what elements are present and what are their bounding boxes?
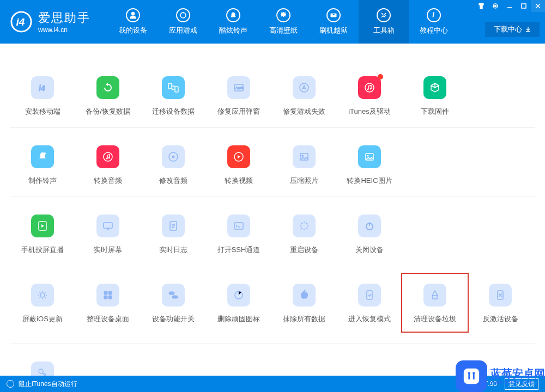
tab-6[interactable]: i教程中心 [409,0,459,44]
svg-point-18 [370,88,372,90]
tool-power[interactable]: 关闭设备 [337,215,402,255]
svg-point-44 [40,293,45,297]
svg-point-5 [495,5,496,7]
tool-edit-audio[interactable]: 修改音频 [141,145,206,186]
tool-cube[interactable]: 下载固件 [402,76,468,117]
tool-deactivate[interactable]: 反激活设备 [468,284,533,333]
svg-rect-46 [108,291,112,295]
svg-rect-50 [172,296,178,298]
svg-line-40 [301,228,302,229]
svg-point-16 [365,83,374,92]
radio-icon [7,380,14,388]
header: i4 爱思助手 www.i4.cn 我的设备应用游戏酷炫铃声高清壁纸刷机越狱工具… [0,0,545,44]
maximize-icon[interactable] [517,0,531,12]
svg-rect-12 [175,87,178,92]
window-controls [474,0,545,12]
svg-rect-11 [168,83,172,89]
tab-5[interactable]: 工具箱 [359,0,409,44]
download-icon [525,27,531,32]
tool-gear[interactable]: 屏蔽iOS更新 [10,284,75,333]
tool-ssh[interactable]: 打开SSH通道 [206,215,271,255]
tool-bell[interactable]: 制作铃声 [10,145,75,186]
tab-0[interactable]: 我的设备 [108,0,158,44]
tool-clean[interactable]: 清理设备垃圾 [401,273,469,333]
logo: i4 爱思助手 www.i4.cn [10,10,108,34]
svg-point-22 [108,157,110,159]
tool-restore[interactable]: 备份/恢复数据 [75,76,141,117]
svg-point-58 [473,372,475,374]
close-icon[interactable] [531,0,545,12]
svg-rect-48 [108,296,112,299]
svg-point-17 [367,89,369,90]
tool-screen[interactable]: 手机投屏直播 [10,215,75,255]
svg-rect-31 [104,223,112,228]
tool-grid[interactable]: 整理设备桌面 [75,284,141,333]
tool-grid: i4安装移动端备份/恢复数据迁移设备数据Apple ID修复应用弹窗修复游戏失效… [0,44,545,376]
tool-key[interactable]: 访问限制 [10,362,75,376]
svg-rect-33 [234,223,243,229]
watermark: 蓝莓安卓网 www.lmkjst.com [456,360,545,392]
tool-toggles[interactable]: 设备功能开关 [141,284,206,333]
svg-rect-47 [104,296,107,299]
app-title: 爱思助手 [38,10,90,26]
svg-point-21 [106,158,108,160]
tool-monitor[interactable]: 实时屏幕 [75,215,141,255]
svg-text:i: i [433,12,434,18]
tab-3[interactable]: 高清壁纸 [258,0,308,44]
svg-line-41 [306,223,307,224]
svg-text:i4: i4 [39,84,45,93]
svg-point-29 [367,155,369,157]
tool-video[interactable]: 转换视频 [206,145,271,186]
tool-image[interactable]: 压缩照片 [271,145,337,186]
tool-apple[interactable]: 抹除所有数据 [271,284,337,333]
tool-appleid[interactable]: Apple ID修复应用弹窗 [206,76,271,117]
tool-itunes[interactable]: iTunes及驱动 [337,76,402,117]
svg-rect-52 [367,291,372,299]
logo-icon: i4 [10,10,33,33]
svg-rect-45 [104,291,107,295]
svg-point-56 [39,369,43,373]
watermark-icon [456,360,487,392]
tool-heic[interactable]: 转换HEIC图片 [337,145,402,186]
download-center-button[interactable]: 下载中心 [485,22,540,37]
svg-line-39 [306,228,307,229]
svg-point-24 [172,156,174,158]
svg-line-38 [301,223,302,224]
svg-point-57 [468,372,470,374]
tool-loader[interactable]: 重启设备 [271,215,337,255]
footer-left[interactable]: 阻止iTunes自动运行 [7,379,77,389]
svg-text:i4: i4 [16,16,25,28]
svg-text:Apple ID: Apple ID [235,86,245,89]
tool-appstore[interactable]: 修复游戏失效 [271,76,337,117]
svg-point-27 [302,155,304,157]
header-tabs: 我的设备应用游戏酷炫铃声高清壁纸刷机越狱工具箱i教程中心 [108,0,459,44]
app-subtitle: www.i4.cn [38,26,90,34]
tab-1[interactable]: 应用游戏 [158,0,208,44]
tool-i4[interactable]: i4安装移动端 [10,76,75,117]
svg-point-19 [44,152,46,155]
minimize-icon[interactable] [502,0,517,12]
skin-icon[interactable] [474,0,488,12]
tool-audio[interactable]: 转换音频 [75,145,141,186]
tool-transfer[interactable]: 迁移设备数据 [141,76,206,117]
svg-rect-7 [522,4,526,8]
svg-rect-49 [169,292,174,295]
tool-recovery[interactable]: 进入恢复模式 [337,284,402,333]
settings-icon[interactable] [488,0,502,12]
tool-log[interactable]: 实时日志 [141,215,206,255]
tab-4[interactable]: 刷机越狱 [308,0,359,44]
tab-2[interactable]: 酷炫铃声 [208,0,258,44]
tool-pie[interactable]: 删除顽固图标 [206,284,271,333]
svg-point-20 [104,152,112,161]
